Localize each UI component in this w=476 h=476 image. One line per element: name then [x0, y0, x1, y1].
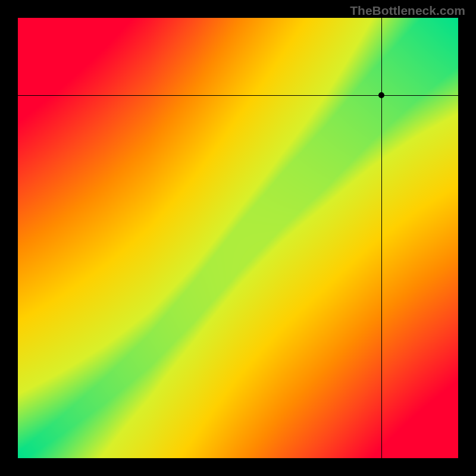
watermark-text: TheBottleneck.com [350, 4, 465, 18]
chart-container: TheBottleneck.com [0, 0, 476, 476]
crosshair-vertical [381, 18, 382, 458]
selected-point [378, 92, 384, 98]
plot-area [18, 18, 458, 458]
crosshair-horizontal [18, 95, 458, 96]
heatmap-canvas [18, 18, 458, 458]
